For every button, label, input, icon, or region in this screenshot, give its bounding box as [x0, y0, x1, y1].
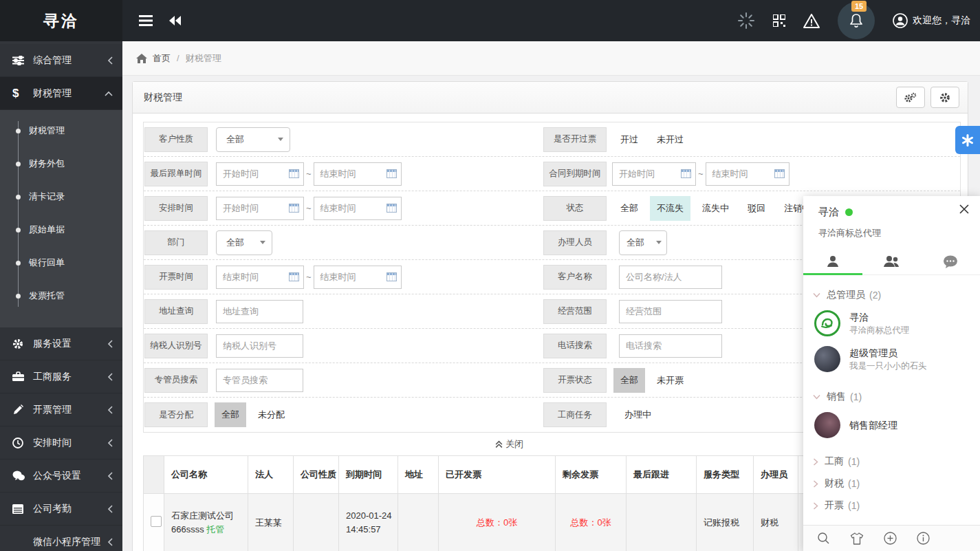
end-date-input[interactable]: 结束时间 [314, 266, 402, 289]
start-date-input[interactable]: 结束时间 [216, 266, 304, 289]
cell-company-nature [294, 494, 339, 551]
chevron-right-icon [813, 502, 818, 510]
end-date-input[interactable]: 结束时间 [706, 162, 790, 186]
status-option-not-lost[interactable]: 不流失 [650, 196, 690, 221]
floating-helper-button[interactable] [955, 126, 980, 154]
hamburger-menu-icon[interactable] [139, 15, 153, 26]
calendar-icon [289, 169, 299, 178]
invoice-status-option-all[interactable]: 全部 [613, 368, 645, 393]
department-select[interactable]: 全部 [216, 230, 272, 255]
search-icon[interactable] [817, 532, 830, 545]
contact-xunqia[interactable]: 寻洽 寻洽商标总代理 [803, 305, 980, 341]
plus-icon[interactable] [884, 532, 897, 545]
qr-code-icon[interactable] [773, 14, 785, 27]
cell-remaining-count: 总数：0张 [556, 494, 627, 551]
start-date-input[interactable]: 开始时间 [216, 197, 304, 220]
sidebar-item-company-attendance[interactable]: 公司考勤 [0, 493, 122, 526]
sidebar-item-official-account-settings[interactable]: 公众号设置 [0, 460, 122, 493]
user-menu[interactable]: 欢迎您，寻洽 [893, 13, 970, 28]
cell-invoiced-count: 总数：0张 [439, 494, 556, 551]
status-option-all[interactable]: 全部 [613, 196, 645, 221]
chevron-down-icon [813, 292, 820, 298]
breadcrumb: 首页 / 财税管理 [122, 41, 980, 76]
customer-name-input[interactable] [619, 266, 722, 289]
filter-label-contract-expiry: 合同到期时间 [543, 162, 607, 186]
address-search-input[interactable] [216, 300, 303, 323]
breadcrumb-current: 财税管理 [186, 52, 221, 65]
group-business[interactable]: 工商(1) [803, 451, 980, 472]
contact-sales-manager[interactable]: 销售部经理 [803, 407, 980, 443]
assigned-option-all[interactable]: 全部 [215, 402, 246, 427]
business-task-option-processing[interactable]: 办理中 [618, 402, 658, 427]
sidebar-item-finance-tax[interactable]: $ 财税管理 [0, 77, 122, 110]
info-icon[interactable] [917, 532, 930, 545]
submenu-item-card-clearing[interactable]: 清卡记录 [0, 180, 122, 213]
calendar-icon [681, 169, 691, 178]
sidebar-item-wechat-miniprogram[interactable]: 微信小程序管理 [0, 526, 122, 551]
option-invoiced[interactable]: 开过 [613, 127, 645, 152]
sidebar-item-service-settings[interactable]: 服务设置 [0, 327, 122, 360]
tab-contacts[interactable] [803, 248, 862, 274]
sidebar-item-general-management[interactable]: 综合管理 [0, 44, 122, 77]
taxpayer-id-input[interactable] [216, 334, 303, 358]
chevron-left-icon [107, 340, 113, 348]
breadcrumb-home[interactable]: 首页 [153, 52, 171, 65]
supervisor-search-input[interactable] [216, 369, 303, 392]
people-tab-icon [884, 255, 900, 268]
submenu-item-bank-receipts[interactable]: 银行回单 [0, 246, 122, 279]
submenu-item-finance-tax[interactable]: 财税管理 [0, 114, 122, 147]
tab-messages[interactable] [921, 248, 980, 274]
end-date-input[interactable]: 结束时间 [314, 197, 402, 220]
handler-select[interactable]: 全部 [619, 230, 667, 255]
end-date-input[interactable]: 结束时间 [314, 162, 402, 186]
start-date-input[interactable]: 开始时间 [216, 162, 304, 186]
phone-search-input[interactable] [619, 334, 722, 358]
avatar-logo [814, 310, 840, 336]
option-not-invoiced[interactable]: 未开过 [650, 127, 690, 152]
contact-super-admin[interactable]: 超级管理员 我是一只小小的石头 [803, 341, 980, 377]
header-last-follow: 最后跟进 [627, 456, 697, 494]
sidebar-item-invoicing-management[interactable]: 开票管理 [0, 393, 122, 426]
assigned-option-unassigned[interactable]: 未分配 [251, 402, 292, 427]
group-admins[interactable]: 总管理员(2) [803, 285, 980, 305]
start-date-input[interactable]: 开始时间 [612, 162, 696, 186]
submenu-item-invoice-custody[interactable]: 发票托管 [0, 279, 122, 312]
dollar-icon: $ [12, 87, 30, 100]
filter-label-department: 部门 [144, 230, 208, 255]
notifications-bell[interactable]: 15 [838, 2, 875, 39]
group-sales[interactable]: 销售(1) [803, 387, 980, 407]
collapse-sidebar-icon[interactable] [169, 16, 182, 25]
business-scope-input[interactable] [619, 300, 722, 323]
header-company-nature: 公司性质 [294, 456, 339, 494]
customer-nature-select[interactable]: 全部 [216, 127, 290, 152]
sidebar-item-business-services[interactable]: 工商服务 [0, 360, 122, 393]
calendar-icon [386, 204, 397, 213]
group-invoicing[interactable]: 开票(1) [803, 495, 980, 516]
invoice-status-option-not-invoiced[interactable]: 未开票 [650, 368, 690, 393]
submenu-item-finance-outsourcing[interactable]: 财务外包 [0, 147, 122, 180]
status-option-rejected[interactable]: 驳回 [741, 196, 772, 221]
shirt-icon[interactable] [850, 532, 864, 545]
close-icon[interactable] [959, 204, 969, 214]
chevron-left-icon [107, 472, 113, 480]
header-legal-person: 法人 [248, 456, 294, 494]
header-address: 地址 [398, 456, 439, 494]
calendar-icon [774, 169, 785, 178]
loading-spinner-icon[interactable] [737, 12, 755, 30]
warning-icon[interactable] [803, 14, 820, 28]
briefcase-icon [12, 371, 30, 382]
status-option-losing[interactable]: 流失中 [695, 196, 736, 221]
sidebar-item-schedule-time[interactable]: 安排时间 [0, 426, 122, 460]
header-service-type: 服务类型 [697, 456, 754, 494]
tab-groups[interactable] [862, 248, 922, 274]
group-finance[interactable]: 财税(1) [803, 473, 980, 494]
settings-gear-button[interactable] [930, 87, 959, 108]
submenu-item-original-documents[interactable]: 原始单据 [0, 213, 122, 246]
chevron-right-icon [813, 480, 818, 488]
row-checkbox[interactable] [151, 516, 162, 527]
filter-row: 客户性质 全部 是否开过票 开过 未开过 [144, 122, 960, 157]
chevron-right-icon [813, 458, 818, 466]
settings-gears-button[interactable] [896, 87, 925, 108]
app-logo: 寻洽 [0, 0, 122, 41]
chevron-left-icon [107, 505, 113, 513]
